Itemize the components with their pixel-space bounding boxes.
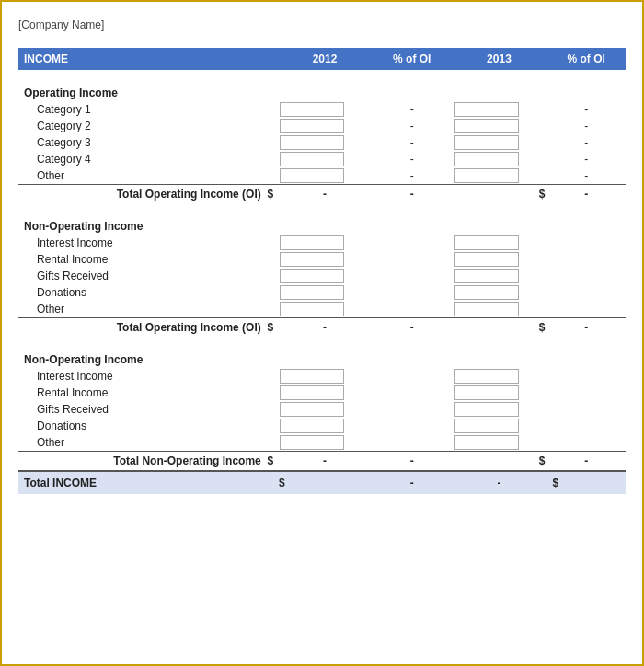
donations2-2013-input[interactable] <box>452 418 547 434</box>
gifts-2013-input[interactable] <box>452 268 547 284</box>
table-row: Other - - <box>18 167 626 185</box>
table-row: Other <box>18 301 626 318</box>
donations-2-label: Donations <box>18 418 277 434</box>
total-non-op1-dollar2013: $ <box>452 318 547 338</box>
cat3-label: Category 3 <box>18 134 277 151</box>
interest2-2012-input[interactable] <box>277 368 373 385</box>
cat-other-2012-input[interactable] <box>277 167 373 185</box>
total-non-op2-2012: - <box>277 452 373 472</box>
total-non-op1-pct1: - <box>373 318 452 338</box>
header-pct-oi-1: % of OI <box>373 48 452 70</box>
non-op2-other-label: Other <box>18 434 277 452</box>
non-op1-other-2013-input[interactable] <box>452 301 547 318</box>
non-op1-other-2012-input[interactable] <box>277 301 373 318</box>
gifts2-2012-input[interactable] <box>277 401 373 418</box>
interest-income-1-label: Interest Income <box>18 235 277 251</box>
rental-2012-input[interactable] <box>277 251 373 268</box>
cat1-pct2: - <box>546 101 626 118</box>
gifts2-2013-input[interactable] <box>452 401 547 418</box>
header-2013: 2013 <box>452 48 547 70</box>
table-row: Rental Income <box>18 385 626 401</box>
total-non-op2-label: Total Non-Operating Income $ <box>18 452 277 472</box>
income-table: INCOME 2012 % of OI 2013 % of OI Operati… <box>18 48 626 494</box>
grand-total-dollar2: $ <box>546 471 626 494</box>
non-op2-other-2013-input[interactable] <box>452 434 547 452</box>
grand-total-dollar1: $ <box>277 471 373 494</box>
total-non-op1-2013: - <box>546 318 626 338</box>
company-name: [Company Name] <box>18 18 626 31</box>
total-op-pct1: - <box>373 185 452 204</box>
total-non-op2-dollar2013: $ <box>452 452 547 472</box>
cat3-2012-input[interactable] <box>277 134 373 151</box>
header-pct-oi-2: % of OI <box>546 48 626 70</box>
cat3-pct2: - <box>546 134 626 151</box>
total-non-op1-2012: - <box>277 318 373 338</box>
cat-other-label: Other <box>18 167 277 185</box>
interest-income-2-label: Interest Income <box>18 368 277 385</box>
cat-other-pct1: - <box>373 167 452 185</box>
table-row: Category 3 - - <box>18 134 626 151</box>
cat3-pct1: - <box>373 134 452 151</box>
cat4-label: Category 4 <box>18 151 277 167</box>
donations2-2012-input[interactable] <box>277 418 373 434</box>
rental2-2013-input[interactable] <box>452 385 547 401</box>
interest-2012-input[interactable] <box>277 235 373 251</box>
rental-2013-input[interactable] <box>452 251 547 268</box>
operating-income-title: Operating Income <box>18 77 626 101</box>
page: [Company Name] INCOME 2012 % of OI 2013 … <box>2 2 642 503</box>
table-row: Donations <box>18 284 626 301</box>
total-non-op2-pct1: - <box>373 452 452 472</box>
cat4-2013-input[interactable] <box>452 151 547 167</box>
total-operating-row: Total Operating Income (OI) $ - - $ - <box>18 185 626 204</box>
non-operating-income-2-title: Non-Operating Income <box>18 344 626 368</box>
table-header: INCOME 2012 % of OI 2013 % of OI <box>18 48 626 70</box>
interest-pct1 <box>373 235 452 251</box>
total-non-op2-row: Total Non-Operating Income $ - - $ - <box>18 452 626 472</box>
table-row: Gifts Received <box>18 268 626 284</box>
non-op2-other-2012-input[interactable] <box>277 434 373 452</box>
donations-2012-input[interactable] <box>277 284 373 301</box>
cat1-pct1: - <box>373 101 452 118</box>
cat4-2012-input[interactable] <box>277 151 373 167</box>
cat3-2013-input[interactable] <box>452 134 547 151</box>
cat2-2013-input[interactable] <box>452 118 547 134</box>
donations-2013-input[interactable] <box>452 284 547 301</box>
header-2012: 2012 <box>277 48 373 70</box>
total-non-op1-label: Total Operating Income (OI) $ <box>18 318 277 338</box>
table-row: Category 1 - - <box>18 101 626 118</box>
grand-total-dash2: - <box>452 471 547 494</box>
cat1-2013-input[interactable] <box>452 101 547 118</box>
total-op-2013: - <box>546 185 626 204</box>
cat4-pct2: - <box>546 151 626 167</box>
grand-total-label: Total INCOME <box>18 471 277 494</box>
total-operating-label: Total Operating Income (OI) $ <box>18 185 277 204</box>
rental-income-1-label: Rental Income <box>18 251 277 268</box>
cat1-2012-input[interactable] <box>277 101 373 118</box>
table-row: Gifts Received <box>18 401 626 418</box>
header-income: INCOME <box>18 48 277 70</box>
table-row: Interest Income <box>18 368 626 385</box>
cat-other-pct2: - <box>546 167 626 185</box>
rental2-2012-input[interactable] <box>277 385 373 401</box>
total-op-dollar2013: $ <box>452 185 547 204</box>
total-non-op1-row: Total Operating Income (OI) $ - - $ - <box>18 318 626 338</box>
table-row: Category 2 - - <box>18 118 626 134</box>
gifts-received-2-label: Gifts Received <box>18 401 277 418</box>
interest-pct2 <box>546 235 626 251</box>
interest2-2013-input[interactable] <box>452 368 547 385</box>
table-row: Category 4 - - <box>18 151 626 167</box>
cat2-pct2: - <box>546 118 626 134</box>
non-operating-income-1-title: Non-Operating Income <box>18 211 626 235</box>
grand-total-dash1: - <box>373 471 452 494</box>
table-row: Donations <box>18 418 626 434</box>
gifts-2012-input[interactable] <box>277 268 373 284</box>
table-row: Rental Income <box>18 251 626 268</box>
non-op1-other-label: Other <box>18 301 277 318</box>
cat4-pct1: - <box>373 151 452 167</box>
table-row: Other <box>18 434 626 452</box>
donations-1-label: Donations <box>18 284 277 301</box>
cat-other-2013-input[interactable] <box>452 167 547 185</box>
cat2-2012-input[interactable] <box>277 118 373 134</box>
interest-2013-input[interactable] <box>452 235 547 251</box>
grand-total-row: Total INCOME $ - - $ <box>18 471 626 494</box>
